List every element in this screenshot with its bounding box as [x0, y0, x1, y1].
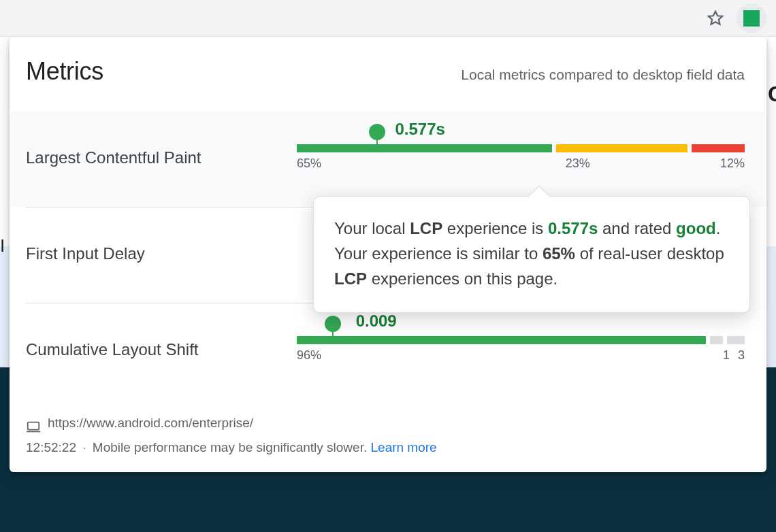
metric-name: First Input Delay — [26, 244, 297, 263]
metric-bar-track — [297, 144, 745, 152]
popup-title: Metrics — [26, 57, 103, 86]
metric-bar-labels: 65% 23% 12% — [297, 156, 745, 171]
tt-text: and rated — [598, 219, 676, 237]
tt-rating: good — [676, 219, 716, 237]
metric-marker-icon — [369, 124, 385, 140]
popup-header: Metrics Local metrics compared to deskto… — [10, 37, 766, 112]
profile-avatar[interactable] — [737, 3, 766, 33]
metric-row-lcp[interactable]: Largest Contentful Paint 65% 23% 12% 0.5… — [10, 112, 766, 207]
tt-text: experiences on this page. — [367, 269, 557, 288]
seg-poor — [692, 144, 745, 152]
metric-row-cls[interactable]: Cumulative Layout Shift 96% 1 3 0.009 — [10, 303, 766, 399]
metric-tooltip: Your local LCP experience is 0.577s and … — [313, 196, 750, 313]
seg-poor-label: 12% — [720, 156, 745, 171]
metric-marker-stem — [332, 331, 334, 344]
seg-ni-label: 23% — [566, 156, 590, 171]
popup-subtitle: Local metrics compared to desktop field … — [461, 67, 745, 83]
metric-bar-track — [297, 336, 745, 344]
bookmark-star-icon[interactable] — [707, 10, 724, 27]
seg-poor — [727, 336, 745, 344]
seg-ni-label: 1 — [723, 348, 730, 363]
tt-pct: 65% — [543, 244, 575, 263]
metric-marker-stem — [376, 139, 378, 152]
metric-bar-labels: 96% 1 3 — [297, 348, 745, 363]
seg-good-label: 96% — [297, 348, 321, 363]
tt-text: Your local — [334, 219, 410, 237]
footer-note: Mobile performance may be significantly … — [93, 440, 367, 454]
seg-good — [297, 144, 552, 152]
metric-name: Largest Contentful Paint — [26, 148, 297, 167]
tt-value: 0.577s — [548, 219, 598, 237]
metric-bar-area: 65% 23% 12% 0.577s — [297, 144, 745, 171]
seg-good-label: 65% — [297, 156, 321, 171]
metric-name: Cumulative Layout Shift — [26, 340, 297, 359]
footer-separator: · — [80, 440, 88, 454]
svg-rect-0 — [28, 422, 39, 430]
laptop-icon — [26, 417, 41, 429]
tt-abbr: LCP — [410, 219, 442, 237]
learn-more-link[interactable]: Learn more — [371, 440, 437, 454]
profile-avatar-inner — [743, 10, 760, 27]
browser-chrome-strip — [0, 0, 776, 37]
footer-url: https://www.android.com/enterprise/ — [48, 411, 253, 435]
metric-marker-icon — [325, 316, 341, 332]
popup-footer: https://www.android.com/enterprise/ 12:5… — [10, 399, 766, 472]
seg-needs-improvement — [556, 144, 688, 152]
metric-value: 0.009 — [356, 312, 397, 331]
tt-abbr: LCP — [334, 269, 367, 288]
page-bg-text-right: C — [768, 82, 776, 107]
seg-poor-label: 3 — [738, 348, 745, 363]
tt-text: of real-user desktop — [575, 244, 724, 263]
seg-good — [297, 336, 706, 344]
seg-needs-improvement — [710, 336, 723, 344]
metric-bar-area: 96% 1 3 0.009 — [297, 336, 745, 363]
tt-text: experience is — [442, 219, 548, 237]
page-bg-text-left: I — [0, 235, 10, 256]
footer-time: 12:52:22 — [26, 440, 76, 454]
metric-value: 0.577s — [395, 120, 444, 139]
